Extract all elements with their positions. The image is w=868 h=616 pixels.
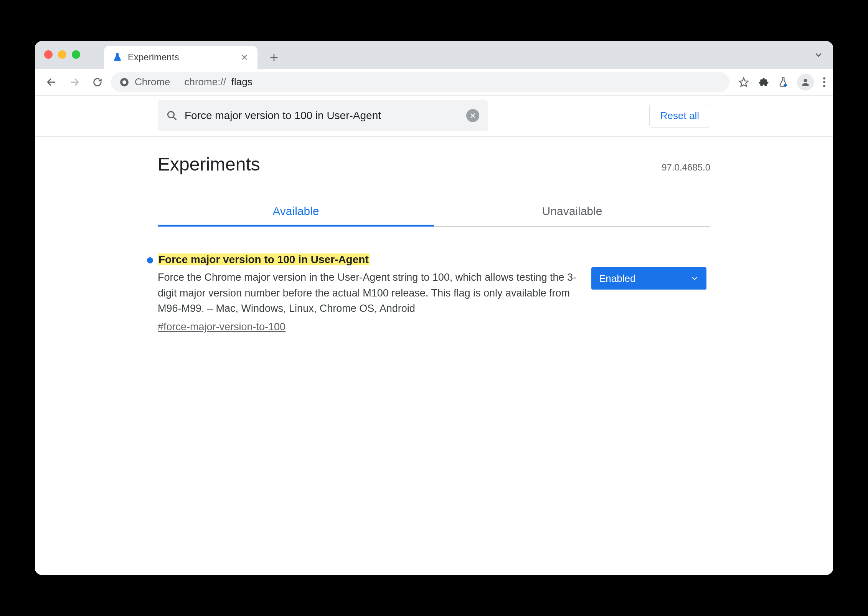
- browser-window: Experiments Chrome chrome://fl: [35, 41, 833, 575]
- flag-title: Force major version to 100 in User-Agent: [158, 253, 370, 265]
- svg-point-1: [122, 80, 126, 84]
- kebab-menu-icon[interactable]: [822, 76, 826, 88]
- minimize-window-button[interactable]: [58, 50, 66, 59]
- tab-unavailable[interactable]: Unavailable: [434, 196, 710, 226]
- chrome-version: 97.0.4685.0: [662, 162, 710, 173]
- close-tab-button[interactable]: [239, 52, 250, 63]
- flask-icon: [112, 52, 122, 62]
- profile-avatar-button[interactable]: [797, 74, 814, 91]
- reload-button[interactable]: [88, 73, 107, 92]
- svg-point-3: [804, 79, 807, 82]
- toolbar-actions: [738, 74, 826, 91]
- tab-available[interactable]: Available: [158, 196, 434, 226]
- svg-point-4: [823, 77, 825, 79]
- flag-item: Force major version to 100 in User-Agent…: [158, 253, 710, 333]
- flag-description: Force the Chrome major version in the Us…: [158, 270, 580, 316]
- bookmark-star-icon[interactable]: [738, 76, 749, 88]
- flags-search-input[interactable]: [185, 109, 459, 122]
- page-content: Reset all Experiments 97.0.4685.0 Availa…: [35, 96, 833, 575]
- labs-flask-icon[interactable]: [778, 77, 789, 88]
- maximize-window-button[interactable]: [72, 50, 80, 59]
- window-controls: [44, 50, 80, 59]
- extensions-puzzle-icon[interactable]: [758, 76, 769, 88]
- svg-point-6: [823, 85, 825, 87]
- chrome-chip-label: Chrome: [135, 76, 170, 88]
- svg-point-5: [823, 81, 825, 83]
- tabstrip-chevron-down-icon[interactable]: [813, 50, 824, 60]
- forward-button[interactable]: [65, 73, 84, 92]
- address-bar[interactable]: Chrome chrome://flags: [111, 72, 729, 92]
- chip-divider: [177, 77, 177, 88]
- page-title: Experiments: [158, 154, 260, 175]
- toolbar: Chrome chrome://flags: [35, 69, 833, 96]
- url-path: flags: [231, 76, 252, 88]
- clear-search-button[interactable]: [466, 109, 479, 122]
- svg-point-7: [168, 111, 174, 118]
- flag-permalink[interactable]: #force-major-version-to-100: [158, 321, 580, 333]
- flags-header: Reset all: [35, 96, 833, 137]
- back-button[interactable]: [42, 73, 61, 92]
- search-icon: [166, 110, 178, 121]
- tab-strip: Experiments: [35, 41, 833, 69]
- browser-tab[interactable]: Experiments: [104, 46, 257, 69]
- close-window-button[interactable]: [44, 50, 53, 59]
- flag-state-select[interactable]: Enabled: [591, 267, 706, 290]
- reset-all-button[interactable]: Reset all: [649, 104, 710, 128]
- flags-search-box[interactable]: [158, 100, 488, 131]
- modified-dot-icon: [147, 257, 153, 263]
- svg-point-2: [784, 84, 786, 86]
- chrome-chip-icon: [119, 77, 129, 87]
- flag-state-value: Enabled: [599, 273, 635, 285]
- flag-tabs: Available Unavailable: [158, 196, 710, 227]
- new-tab-button[interactable]: [264, 48, 284, 67]
- chevron-down-icon: [690, 274, 699, 283]
- url-scheme: chrome://: [184, 76, 226, 88]
- tab-title: Experiments: [128, 52, 179, 63]
